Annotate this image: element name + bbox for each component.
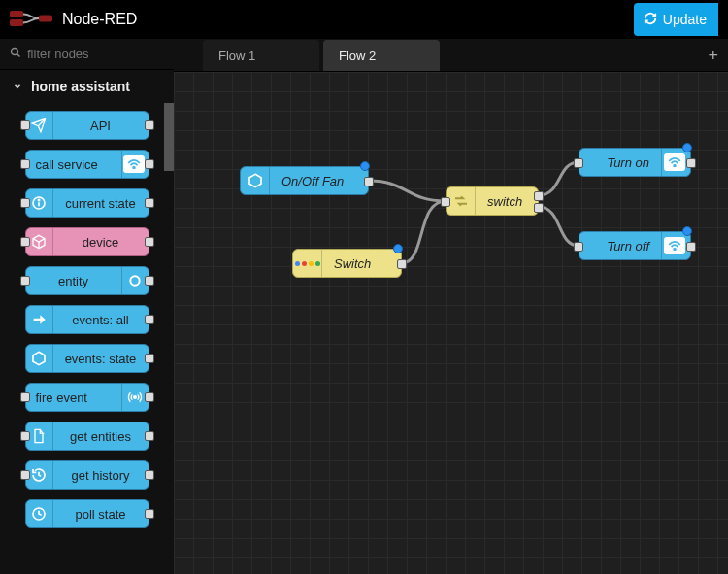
palette-node-current-state[interactable]: current state — [25, 188, 149, 218]
palette-node-get-entities[interactable]: get entities — [25, 422, 149, 451]
input-port[interactable] — [20, 237, 30, 247]
svg-rect-1 — [10, 19, 23, 26]
output-port[interactable] — [145, 237, 154, 247]
flow-canvas[interactable]: On/Off Fan Switch — [174, 72, 728, 574]
palette-node-label: get history — [53, 468, 149, 483]
tab-bar: Flow 1 Flow 2 + — [174, 39, 728, 72]
output-port[interactable] — [145, 159, 154, 169]
palette-node-label: events: state — [53, 352, 149, 366]
palette-sidebar: home assistant API c — [0, 39, 174, 574]
palette-node-label: poll state — [53, 507, 149, 522]
app-logo: Node-RED — [10, 9, 137, 31]
flow-node-turn-on[interactable]: Turn on — [579, 148, 691, 177]
category-home-assistant[interactable]: home assistant — [0, 70, 174, 103]
filter-nodes-input[interactable] — [27, 47, 190, 61]
input-port[interactable] — [20, 120, 30, 130]
tab-flow-2[interactable]: Flow 2 — [323, 40, 440, 71]
app-title: Node-RED — [62, 11, 137, 28]
flow-node-label: Turn on — [579, 155, 661, 170]
palette-node-events-all[interactable]: events: all — [25, 305, 149, 334]
add-tab-button[interactable]: + — [698, 40, 728, 71]
output-port[interactable] — [145, 198, 154, 208]
svg-point-12 — [134, 396, 137, 399]
history-icon — [26, 461, 53, 489]
status-dot-icon — [682, 226, 692, 236]
hexagon-icon — [241, 167, 270, 194]
palette-node-events-state[interactable]: events: state — [25, 344, 149, 373]
status-dot-icon — [393, 244, 403, 253]
refresh-icon — [644, 12, 657, 28]
palette-node-call-service[interactable]: call service — [25, 150, 149, 179]
output-port[interactable] — [534, 203, 544, 213]
search-icon — [10, 47, 21, 61]
input-port[interactable] — [574, 242, 583, 252]
output-port[interactable] — [686, 242, 696, 252]
hexagon-icon — [26, 345, 53, 372]
svg-point-15 — [674, 165, 676, 167]
svg-line-4 — [17, 54, 20, 57]
palette-node-label: get entities — [53, 429, 149, 444]
document-icon — [26, 422, 53, 450]
svg-point-8 — [38, 199, 39, 200]
output-port[interactable] — [145, 276, 154, 286]
palette-node-label: device — [53, 235, 149, 250]
svg-point-10 — [130, 276, 139, 285]
flow-node-label: Switch — [322, 256, 401, 271]
output-port[interactable] — [145, 315, 154, 324]
output-port[interactable] — [145, 392, 154, 402]
update-button[interactable]: Update — [634, 3, 718, 36]
palette-scrollbar[interactable] — [164, 103, 174, 171]
input-port[interactable] — [20, 276, 30, 286]
input-port[interactable] — [20, 198, 30, 208]
google-assistant-icon — [293, 250, 322, 277]
palette-node-api[interactable]: API — [25, 111, 149, 140]
palette-node-label: fire event — [26, 390, 121, 405]
cube-icon — [26, 228, 53, 255]
svg-marker-14 — [249, 174, 261, 186]
flow-node-turn-off[interactable]: Turn off — [579, 231, 691, 260]
flow-node-label: switch — [476, 194, 538, 209]
flow-node-switch[interactable]: switch — [446, 186, 539, 216]
output-port[interactable] — [534, 191, 544, 201]
palette-node-fire-event[interactable]: fire event — [25, 383, 149, 412]
output-port[interactable] — [145, 470, 154, 480]
output-port[interactable] — [145, 354, 154, 363]
output-port[interactable] — [145, 120, 154, 130]
palette-node-entity[interactable]: entity — [25, 266, 149, 295]
input-port[interactable] — [574, 158, 583, 168]
status-dot-icon — [360, 161, 370, 171]
palette-node-poll-state[interactable]: poll state — [25, 499, 149, 528]
switch-icon — [447, 187, 476, 215]
flow-node-onoff-fan[interactable]: On/Off Fan — [240, 166, 369, 195]
svg-point-5 — [133, 167, 135, 169]
filter-row — [0, 39, 174, 70]
svg-point-16 — [674, 249, 676, 251]
svg-rect-2 — [39, 15, 52, 21]
workspace: Flow 1 Flow 2 + On/Off Fan — [174, 39, 728, 574]
palette-node-get-history[interactable]: get history — [25, 460, 149, 490]
paper-plane-icon — [26, 112, 53, 139]
output-port[interactable] — [397, 259, 407, 269]
input-port[interactable] — [20, 431, 30, 441]
palette-node-label: entity — [26, 274, 121, 288]
palette-list: API call service — [0, 103, 174, 540]
flow-node-ga-switch[interactable]: Switch — [292, 249, 402, 278]
palette-node-label: API — [53, 118, 149, 133]
tab-flow-1[interactable]: Flow 1 — [203, 40, 319, 71]
input-port[interactable] — [20, 392, 30, 402]
palette-node-device[interactable]: device — [25, 227, 149, 256]
flow-node-label: On/Off Fan — [270, 174, 368, 188]
palette-node-label: call service — [26, 157, 121, 172]
tab-label: Flow 1 — [218, 49, 255, 63]
tab-label: Flow 2 — [339, 49, 376, 63]
palette-node-label: current state — [53, 196, 149, 211]
svg-rect-0 — [10, 11, 23, 17]
output-port[interactable] — [145, 509, 154, 519]
chevron-down-icon — [12, 82, 23, 91]
output-port[interactable] — [145, 431, 154, 441]
input-port[interactable] — [441, 197, 450, 207]
output-port[interactable] — [686, 158, 696, 168]
input-port[interactable] — [20, 470, 30, 480]
input-port[interactable] — [20, 159, 30, 169]
output-port[interactable] — [364, 177, 374, 186]
